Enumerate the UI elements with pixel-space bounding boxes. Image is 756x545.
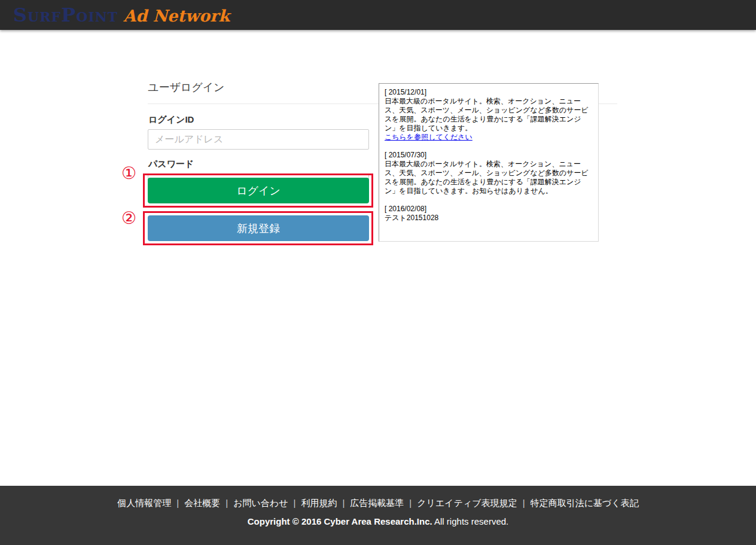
- news-text: 日本最大級のポータルサイト。検索、オークション、ニュース、天気、スポーツ、メール…: [385, 160, 593, 196]
- footer-separator: |: [342, 498, 345, 508]
- footer-nav: 個人情報管理|会社概要|お問い合わせ|利用規約|広告掲載基準|クリエイティブ表現…: [0, 497, 756, 509]
- news-date: [ 2015/07/30]: [385, 151, 593, 160]
- annotation-marker-2: ②: [121, 210, 136, 227]
- logo-surfpoint-text: SurfPoint: [13, 5, 118, 25]
- password-label: パスワード: [148, 159, 194, 170]
- login-id-label: ログインID: [148, 114, 194, 126]
- footer-separator: |: [225, 498, 228, 508]
- footer-separator: |: [409, 498, 411, 508]
- news-text: テスト20151028: [385, 214, 593, 223]
- news-entry: [ 2015/12/01]日本最大級のポータルサイト。検索、オークション、ニュー…: [385, 88, 593, 142]
- footer-separator: |: [176, 498, 179, 508]
- main-content: ユーザログイン ログインID パスワード ① ログイン ② 新規登録 [ 201…: [0, 30, 756, 486]
- footer-link[interactable]: 特定商取引法に基づく表記: [531, 498, 639, 508]
- news-entry: [ 2016/02/08]テスト20151028: [385, 205, 593, 223]
- footer-link[interactable]: お問い合わせ: [233, 498, 288, 508]
- footer-link[interactable]: 広告掲載基準: [350, 498, 404, 508]
- logo-adnetwork-text: Ad Network: [123, 8, 230, 24]
- app-footer: 個人情報管理|会社概要|お問い合わせ|利用規約|広告掲載基準|クリエイティブ表現…: [0, 486, 756, 545]
- annotation-marker-1: ①: [121, 165, 136, 182]
- copyright-rights-text: All rights reserved.: [434, 516, 508, 526]
- news-link[interactable]: こちらを参照してください: [385, 133, 472, 142]
- page-title: ユーザログイン: [148, 80, 225, 95]
- footer-separator: |: [294, 498, 296, 508]
- login-id-input[interactable]: [148, 129, 369, 150]
- footer-link[interactable]: 利用規約: [301, 498, 337, 508]
- login-button[interactable]: ログイン: [148, 178, 369, 203]
- login-button-highlight-box: ログイン: [143, 173, 373, 208]
- footer-separator: |: [523, 498, 525, 508]
- app-header: SurfPoint Ad Network: [0, 0, 756, 30]
- news-date: [ 2016/02/08]: [385, 205, 593, 214]
- copyright-company-text: Copyright © 2016 Cyber Area Research.Inc…: [248, 516, 432, 526]
- register-button[interactable]: 新規登録: [148, 215, 369, 241]
- footer-link[interactable]: 個人情報管理: [117, 498, 171, 508]
- news-date: [ 2015/12/01]: [385, 88, 593, 97]
- news-text: 日本最大級のポータルサイト。検索、オークション、ニュース、天気、スポーツ、メール…: [385, 97, 593, 133]
- news-panel: [ 2015/12/01]日本最大級のポータルサイト。検索、オークション、ニュー…: [379, 83, 599, 242]
- copyright: Copyright © 2016 Cyber Area Research.Inc…: [0, 516, 756, 528]
- footer-link[interactable]: クリエイティブ表現規定: [417, 498, 517, 508]
- news-entry: [ 2015/07/30]日本最大級のポータルサイト。検索、オークション、ニュー…: [385, 151, 593, 196]
- footer-link[interactable]: 会社概要: [184, 498, 220, 508]
- logo[interactable]: SurfPoint Ad Network: [13, 5, 230, 25]
- register-button-highlight-box: 新規登録: [143, 211, 373, 245]
